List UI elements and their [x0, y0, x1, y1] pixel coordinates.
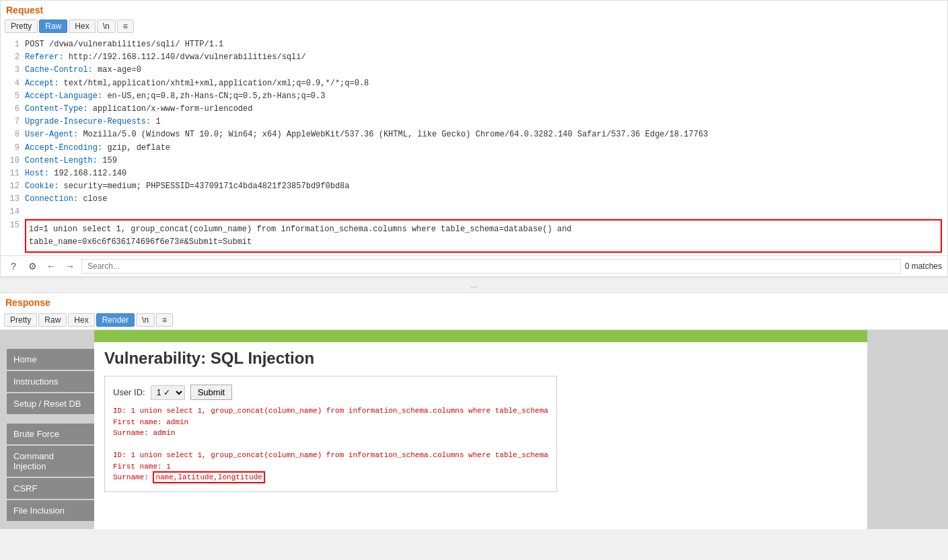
line-6: 6 Content-Type: application/x-www-form-u…	[6, 103, 942, 116]
line-4: 4 Accept: text/html,application/xhtml+xm…	[6, 77, 942, 90]
line-15: 15 id=1 union select 1, group_concat(col…	[6, 219, 942, 253]
format-menu[interactable]: ≡	[117, 19, 134, 33]
response-format-bar: Pretty Raw Hex Render \n ≡	[0, 311, 948, 330]
userid-label: User ID:	[113, 387, 145, 397]
nav-file-inclusion[interactable]: File Inclusion	[7, 500, 94, 521]
line-2: 2 Referer: http://192.168.112.140/dvwa/v…	[6, 51, 942, 64]
line-1: 1 POST /dvwa/vulnerabilities/sqli/ HTTP/…	[6, 38, 942, 51]
search-input[interactable]	[81, 259, 901, 274]
panel-divider: ...	[0, 277, 948, 293]
nav-home[interactable]: Home	[7, 349, 94, 370]
page-title: Vulnerability: SQL Injection	[104, 349, 857, 368]
line-11: 11 Host: 192.168.112.140	[6, 167, 942, 180]
format-newline[interactable]: \n	[97, 19, 116, 33]
nav-sidebar: Home Instructions Setup / Reset DB Brute…	[0, 342, 94, 529]
line-14: 14	[6, 206, 942, 218]
help-icon[interactable]: ?	[6, 259, 21, 274]
response-panel: Response Pretty Raw Hex Render \n ≡ Home…	[0, 293, 948, 529]
request-title: Request	[1, 1, 947, 18]
line-5: 5 Accept-Language: en-US,en;q=0.8,zh-Han…	[6, 90, 942, 103]
resp-format-hex[interactable]: Hex	[68, 313, 94, 327]
resp-format-pretty[interactable]: Pretty	[4, 313, 37, 327]
line-3: 3 Cache-Control: max-age=0	[6, 64, 942, 77]
line-9: 9 Accept-Encoding: gzip, deflate	[6, 142, 942, 155]
resp-format-render[interactable]: Render	[96, 313, 135, 327]
prev-match-icon[interactable]: ←	[44, 259, 59, 274]
format-raw[interactable]: Raw	[39, 19, 67, 33]
nav-setup-reset[interactable]: Setup / Reset DB	[7, 393, 94, 414]
main-content-area: Vulnerability: SQL Injection User ID: 1 …	[94, 342, 867, 529]
line-7: 7 Upgrade-Insecure-Requests: 1	[6, 116, 942, 128]
result-output: ID: 1 union select 1, group_concat(colum…	[113, 405, 548, 483]
submit-button[interactable]: Submit	[190, 385, 232, 400]
request-content: 1 POST /dvwa/vulnerabilities/sqli/ HTTP/…	[1, 36, 947, 255]
next-match-icon[interactable]: →	[63, 259, 77, 274]
right-sidebar	[867, 342, 948, 529]
surname-highlight: name,latitude,longtitude	[153, 471, 264, 483]
line-13: 13 Connection: close	[6, 193, 942, 206]
format-pretty[interactable]: Pretty	[5, 19, 38, 33]
nav-command-injection[interactable]: Command Injection	[7, 446, 94, 477]
line-12: 12 Cookie: security=medium; PHPSESSID=43…	[6, 180, 942, 193]
form-row: User ID: 1 ✓ 2 Submit	[113, 385, 548, 400]
request-format-bar: Pretty Raw Hex \n ≡	[1, 18, 947, 36]
format-hex[interactable]: Hex	[69, 19, 95, 33]
line-10: 10 Content-Length: 159	[6, 155, 942, 167]
search-bar: ? ⚙ ← → 0 matches	[1, 255, 947, 276]
matches-count: 0 matches	[905, 262, 942, 271]
sql-injection-payload: id=1 union select 1, group_concat(column…	[25, 219, 942, 253]
rendered-layout: Home Instructions Setup / Reset DB Brute…	[0, 342, 948, 529]
green-header-bar	[94, 330, 867, 342]
resp-format-newline[interactable]: \n	[136, 313, 155, 327]
response-body: Home Instructions Setup / Reset DB Brute…	[0, 330, 948, 529]
nav-csrf[interactable]: CSRF	[7, 478, 94, 499]
resp-format-menu[interactable]: ≡	[156, 313, 173, 327]
settings-icon[interactable]: ⚙	[25, 259, 40, 274]
nav-instructions[interactable]: Instructions	[7, 371, 94, 392]
response-title: Response	[0, 293, 948, 311]
resp-format-raw[interactable]: Raw	[38, 313, 67, 327]
request-panel: Request Pretty Raw Hex \n ≡ 1 POST /dvwa…	[0, 0, 948, 277]
userid-select[interactable]: 1 ✓ 2	[151, 385, 185, 400]
sql-injection-form: User ID: 1 ✓ 2 Submit ID: 1 union select…	[104, 376, 557, 492]
nav-brute-force[interactable]: Brute Force	[7, 424, 94, 444]
line-8: 8 User-Agent: Mozilla/5.0 (Windows NT 10…	[6, 128, 942, 141]
